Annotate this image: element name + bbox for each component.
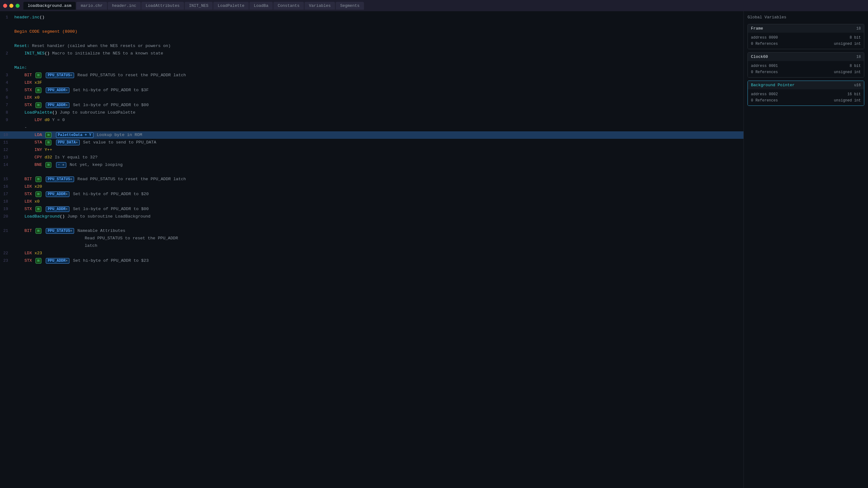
line-content: STX m PPU_ADDR + Set hi-byte of PPU_ADDR… [13, 87, 743, 94]
code-line-1: 1 header.inc() [0, 14, 743, 21]
code-line-2: 2 INIT_NES() Macro to initialize the NES… [0, 50, 743, 57]
title-bar: loadbackground.asm mario.chr header.inc … [0, 0, 868, 11]
code-line-empty3 [0, 57, 743, 64]
line-content: BIT m PPU_STATUS +Nameable Attributes [13, 228, 743, 234]
var-card-header-frame: Frame 18 [748, 24, 864, 33]
code-line-6: 6 LDX x0 [0, 94, 743, 101]
code-line-21b: Read PPU_STATUS to reset the PPU_ADDR [0, 235, 743, 242]
var-refs-frame: 0 References [751, 41, 778, 47]
code-line-22: 22 LDX x23 [0, 250, 743, 257]
code-line-18: 18 LDX x0 [0, 198, 743, 205]
var-row-address-clock60: address 0001 8 bit [751, 63, 861, 69]
line-content: LDX x3F [13, 79, 743, 86]
code-line-15: 15 BIT m PPU_STATUS + Read PPU_STATUS to… [0, 175, 743, 183]
line-number: 19 [0, 206, 13, 213]
tab-mario-chr[interactable]: mario.chr [76, 2, 107, 10]
maximize-button[interactable] [16, 4, 20, 8]
code-line-5: 5 STX m PPU_ADDR + Set hi-byte of PPU_AD… [0, 87, 743, 94]
line-content: LoadBackground() Jump to subroutine Load… [13, 213, 743, 220]
sidebar-title: Global Variables [747, 15, 864, 20]
main-container: 1 header.inc() Begin CODE segment (8000)… [0, 11, 868, 488]
line-content: LDA m PaletteData + Y Lookup byte in ROM [13, 132, 743, 138]
var-row-refs-clock60: 0 References unsigned int [751, 69, 861, 75]
tab-bar: loadbackground.asm mario.chr header.inc … [23, 2, 364, 10]
var-row-refs-bg-pointer: 0 References unsigned int [751, 97, 861, 104]
line-number: 9 [0, 117, 13, 124]
line-content: - [13, 124, 743, 131]
line-content: BIT m PPU_STATUS + Read PPU_STATUS to re… [13, 176, 743, 183]
line-number: 8 [0, 109, 13, 116]
var-name-bg-pointer: Background Pointer [751, 83, 795, 88]
line-number: 16 [0, 183, 13, 190]
minimize-button[interactable] [9, 4, 13, 8]
tab-variables[interactable]: Variables [305, 2, 335, 10]
var-card-frame: Frame 18 address 0000 8 bit 0 References… [747, 24, 864, 49]
var-refs-bg-pointer: 0 References [751, 97, 778, 104]
tab-loadpalette[interactable]: LoadPalette [213, 2, 249, 10]
code-line-10: 10 LDA m PaletteData + Y Lookup byte in … [0, 131, 743, 139]
tab-loadbackground-asm[interactable]: loadbackground.asm [23, 2, 76, 10]
line-number: 7 [0, 102, 13, 109]
line-number: 13 [0, 154, 13, 161]
tab-constants[interactable]: Constants [273, 2, 304, 10]
line-content: header.inc() [13, 14, 743, 21]
tab-loadattributes[interactable]: LoadAttributes [141, 2, 184, 10]
code-line-12: 12 INY Y++ [0, 146, 743, 154]
line-content: LDX x0 [13, 94, 743, 101]
var-card-header-clock60: Clock60 18 [748, 53, 864, 61]
code-line-11: 11 STA m PPU_DATA + Set value to send to… [0, 139, 743, 146]
line-number: 12 [0, 147, 13, 154]
var-row-address-frame: address 0000 8 bit [751, 35, 861, 41]
line-content: LoadPalette() Jump to subroutine LoadPal… [13, 109, 743, 116]
line-number: 18 [0, 198, 13, 205]
line-number: 2 [0, 50, 13, 57]
line-content: LDY d0 Y = 0 [13, 117, 743, 124]
line-content: STA m PPU_DATA + Set value to send to PP… [13, 139, 743, 146]
var-size-bg-pointer: u16 [854, 83, 861, 88]
var-name-frame: Frame [751, 26, 763, 31]
line-content: LDX x20 [13, 183, 743, 190]
line-content: LDX x0 [13, 198, 743, 205]
code-line-20: 20 LoadBackground() Jump to subroutine L… [0, 213, 743, 220]
line-content: Reset: Reset handler (called when the NE… [13, 43, 743, 50]
var-type-bg-pointer: unsigned int [834, 97, 861, 104]
var-address-label-frame: address 0000 [751, 35, 778, 41]
line-number: 14 [0, 162, 13, 168]
code-line-21c: latch [0, 242, 743, 250]
line-number: 22 [0, 250, 13, 257]
code-line-dash: - [0, 124, 743, 131]
line-content: Begin CODE segment (8000) [13, 28, 743, 35]
code-line-empty2 [0, 35, 743, 42]
line-content: Read PPU_STATUS to reset the PPU_ADDR [13, 235, 743, 242]
var-address-label-bg-pointer: address 0002 [751, 91, 778, 97]
line-content: STX m PPU_ADDR + Set hi-byte of PPU_ADDR… [13, 257, 743, 264]
var-address-label-clock60: address 0001 [751, 63, 778, 69]
code-line-8: 8 LoadPalette() Jump to subroutine LoadP… [0, 109, 743, 117]
code-line-9: 9 LDY d0 Y = 0 [0, 117, 743, 124]
var-card-body-bg-pointer: address 0002 16 bit 0 References unsigne… [748, 89, 864, 105]
var-card-body-frame: address 0000 8 bit 0 References unsigned… [748, 33, 864, 49]
line-content: STX m PPU_ADDR + Set lo-byte of PPU_ADDR… [13, 102, 743, 109]
var-card-body-clock60: address 0001 8 bit 0 References unsigned… [748, 61, 864, 77]
var-row-address-bg-pointer: address 0002 16 bit [751, 91, 861, 97]
var-card-bg-pointer: Background Pointer u16 address 0002 16 b… [747, 80, 864, 106]
code-line-17: 17 STX m PPU_ADDR + Set hi-byte of PPU_A… [0, 191, 743, 198]
tab-init-nes[interactable]: INIT_NES [185, 2, 213, 10]
line-number: 11 [0, 139, 13, 146]
code-line-23: 23 STX m PPU_ADDR + Set hi-byte of PPU_A… [0, 257, 743, 264]
code-line-7: 7 STX m PPU_ADDR + Set lo-byte of PPU_AD… [0, 101, 743, 109]
line-content: CPY d32 Is Y equal to 32? [13, 154, 743, 161]
tab-loadba[interactable]: LoadBa [249, 2, 273, 10]
tab-segments[interactable]: Segments [336, 2, 364, 10]
line-number: 10 [0, 132, 13, 138]
line-number: 20 [0, 213, 13, 220]
tab-header-inc[interactable]: header.inc [108, 2, 141, 10]
close-button[interactable] [3, 4, 7, 8]
line-content: BNE m - + Not yet, keep looping [13, 162, 743, 168]
line-number: 15 [0, 176, 13, 183]
code-editor[interactable]: 1 header.inc() Begin CODE segment (8000)… [0, 11, 743, 488]
var-size-clock60: 18 [857, 55, 861, 59]
line-content: INY Y++ [13, 147, 743, 154]
sidebar: Global Variables Frame 18 address 0000 8… [743, 11, 868, 488]
code-line-13: 13 CPY d32 Is Y equal to 32? [0, 154, 743, 161]
